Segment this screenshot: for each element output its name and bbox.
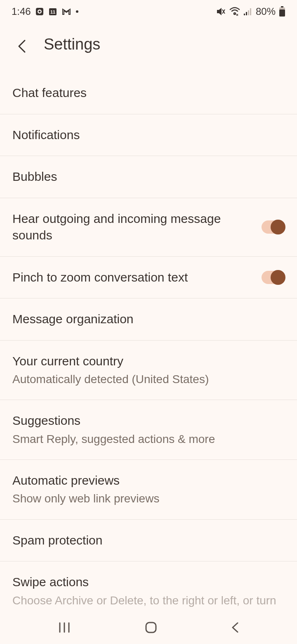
setting-title: Suggestions (12, 412, 285, 429)
dot-icon (75, 10, 79, 13)
sounds-toggle[interactable] (262, 220, 285, 234)
setting-subtitle: Show only web link previews (12, 490, 285, 507)
wifi-icon (229, 7, 240, 16)
setting-automatic-previews[interactable]: Automatic previews Show only web link pr… (0, 460, 297, 520)
navigation-bar (0, 611, 297, 644)
svg-rect-16 (146, 623, 156, 632)
setting-message-organization[interactable]: Message organization (0, 298, 297, 341)
gmail-icon (61, 7, 71, 16)
setting-title: Notifications (12, 127, 285, 144)
setting-bubbles[interactable]: Bubbles (0, 156, 297, 198)
svg-point-2 (38, 11, 40, 13)
calendar-icon: 11 (48, 7, 57, 16)
back-icon[interactable] (16, 39, 28, 50)
toggle-thumb (271, 270, 285, 285)
nav-back-icon[interactable] (231, 621, 240, 634)
battery-icon (279, 6, 285, 17)
setting-title: Your current country (12, 353, 285, 370)
setting-title: Swipe actions (12, 574, 285, 591)
setting-spam-protection[interactable]: Spam protection (0, 520, 297, 562)
status-right: 80% (216, 6, 285, 17)
setting-title: Pinch to zoom conversation text (12, 269, 253, 286)
setting-chat-features[interactable]: Chat features (0, 72, 297, 114)
setting-title: Automatic previews (12, 472, 285, 489)
battery-percent: 80% (256, 6, 276, 17)
svg-text:11: 11 (50, 9, 55, 14)
svg-rect-9 (250, 8, 251, 15)
header: Settings (0, 23, 297, 72)
status-left: 1:46 11 (12, 6, 79, 17)
settings-list: Chat features Notifications Bubbles Hear… (0, 72, 297, 637)
signal-icon (243, 7, 252, 16)
setting-suggestions[interactable]: Suggestions Smart Reply, suggested actio… (0, 400, 297, 460)
recents-icon[interactable] (57, 621, 71, 634)
setting-subtitle: Automatically detected (United States) (12, 371, 285, 387)
setting-title: Bubbles (12, 168, 285, 185)
status-bar: 1:46 11 80% (0, 0, 297, 23)
toggle-thumb (271, 220, 285, 234)
setting-title: Chat features (12, 85, 285, 102)
setting-title: Hear outgoing and incoming message sound… (12, 211, 253, 244)
clock-icon (35, 7, 44, 16)
pinch-zoom-toggle[interactable] (262, 271, 285, 284)
svg-point-5 (76, 10, 78, 13)
setting-current-country[interactable]: Your current country Automatically detec… (0, 341, 297, 400)
mute-vibrate-icon (216, 7, 226, 17)
svg-rect-12 (279, 9, 285, 17)
svg-rect-7 (246, 12, 247, 15)
svg-rect-8 (248, 10, 249, 15)
setting-message-sounds[interactable]: Hear outgoing and incoming message sound… (0, 198, 297, 257)
status-time: 1:46 (12, 6, 31, 17)
home-icon[interactable] (144, 621, 158, 634)
svg-rect-10 (281, 6, 283, 7)
setting-notifications[interactable]: Notifications (0, 114, 297, 156)
svg-rect-6 (244, 14, 245, 15)
setting-title: Spam protection (12, 532, 285, 549)
setting-title: Message organization (12, 311, 285, 328)
page-title: Settings (44, 36, 100, 53)
setting-pinch-zoom[interactable]: Pinch to zoom conversation text (0, 257, 297, 299)
setting-subtitle: Smart Reply, suggested actions & more (12, 431, 285, 447)
